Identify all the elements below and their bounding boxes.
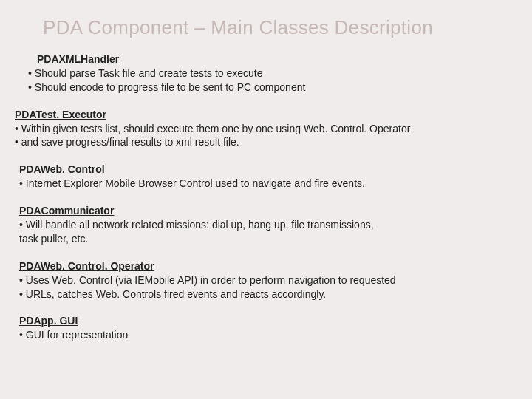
- bullet-line: • Should parse Task file and create test…: [28, 66, 522, 81]
- bullet-line: • Internet Explorer Mobile Browser Contr…: [19, 177, 522, 191]
- section-pdatest-executor: PDATest. Executor • Within given tests l…: [15, 108, 522, 150]
- heading: PDACommunicator: [19, 204, 522, 218]
- bullet-line: • URLs, catches Web. Controls fired even…: [19, 287, 522, 301]
- page-title: PDA Component – Main Classes Description: [43, 16, 522, 39]
- bullet-line: • GUI for representation: [19, 328, 522, 342]
- heading: PDAWeb. Control. Operator: [19, 259, 522, 273]
- heading: PDAXMLHandler: [37, 52, 522, 66]
- heading: PDApp. GUI: [19, 314, 522, 328]
- section-pdaxmlhandler: PDAXMLHandler • Should parse Task file a…: [28, 52, 522, 95]
- bullet-line: • Should encode to progress file to be s…: [28, 81, 522, 95]
- section-pdapp-gui: PDApp. GUI • GUI for representation: [19, 314, 522, 342]
- heading: PDATest. Executor: [15, 108, 522, 122]
- heading: PDAWeb. Control: [19, 163, 522, 177]
- bullet-line: • Uses Web. Control (via IEMobile API) i…: [19, 273, 522, 287]
- bullet-line: • Will handle all network related missio…: [19, 218, 522, 232]
- slide-container: PDA Component – Main Classes Description…: [0, 0, 532, 363]
- bullet-line: • and save progress/final results to xml…: [15, 135, 522, 149]
- bullet-line: task puller, etc.: [19, 232, 522, 246]
- section-pdaweb-control-operator: PDAWeb. Control. Operator • Uses Web. Co…: [19, 259, 522, 301]
- section-pdacommunicator: PDACommunicator • Will handle all networ…: [19, 204, 522, 246]
- bullet-line: • Within given tests list, should execut…: [15, 122, 522, 136]
- section-pdaweb-control: PDAWeb. Control • Internet Explorer Mobi…: [19, 163, 522, 191]
